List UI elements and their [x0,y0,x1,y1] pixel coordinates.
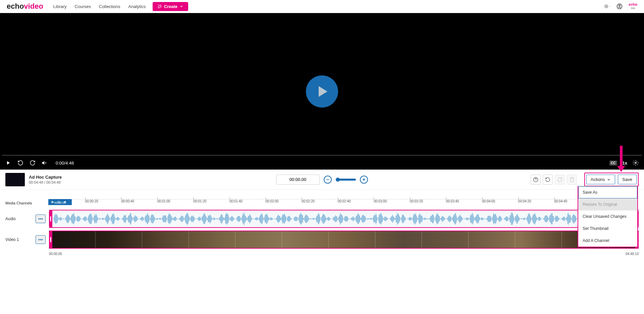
audio-track-content[interactable] [49,210,639,228]
nav-collections[interactable]: Collections [99,4,120,9]
account-icon[interactable] [616,3,623,9]
actions-dropdown: Save As Restore To Original Clear Unsave… [578,186,638,247]
nav-library[interactable]: Library [53,4,67,9]
play-button[interactable] [306,75,338,108]
ruler-tick: 00:03:40 [446,199,459,203]
video-track-row: Video 1 ••• [5,230,639,249]
video-title: Ad Hoc Capture [29,175,62,180]
play-small-icon[interactable] [5,160,11,166]
nav-analytics[interactable]: Analytics [128,4,146,9]
video-track-label: Video 1 [5,237,36,242]
logo[interactable]: echovideo [7,2,43,11]
settings-gear-icon[interactable] [604,3,610,9]
center-controls: − + [276,175,368,185]
timeline-area: Media Channels 00:00:00 00:00:2000:00:40… [0,199,644,260]
progress-bar[interactable] [2,155,642,156]
dropdown-add-channel[interactable]: Add A Channel [578,235,637,247]
annotation-arrow [620,146,625,172]
ruler-tick: 00:00:40 [121,199,134,203]
echo360-logo[interactable]: echo360 [629,3,637,10]
dropdown-save-as[interactable]: Save As [578,186,637,198]
video-duration: 00:04:48 / 00:04:48 [29,180,62,184]
ruler-tick: 00:03:20 [410,199,423,203]
undo-icon [545,177,550,182]
volume-icon[interactable] [42,160,48,166]
ruler-tick: 00:04:00 [482,199,495,203]
zoom-slider[interactable] [336,179,356,181]
forward-icon[interactable] [30,160,36,166]
trash-icon [569,177,575,182]
undo-button[interactable] [543,175,553,185]
video-track-menu[interactable]: ••• [36,235,46,244]
video-controls: 0:00/4:48 CC 1x [0,156,644,170]
settings-icon[interactable] [633,160,639,166]
dropdown-clear[interactable]: Clear Unsaved Changes [578,210,637,223]
play-icon [319,86,327,97]
ruler-tick: 00:01:20 [193,199,206,203]
wand-icon [157,4,162,9]
ruler-tick: 00:00:20 [85,199,98,203]
audio-track-menu[interactable]: ••• [36,214,46,223]
svg-marker-3 [7,161,10,165]
redo-button[interactable] [555,175,565,185]
video-track-content[interactable] [49,231,639,249]
chevron-down-icon [179,4,183,8]
create-button[interactable]: Create [153,2,188,11]
playhead-time: 00:00:00 [51,201,69,204]
timeline-ruler[interactable]: 00:00:2000:00:4000:01:0000:01:2000:01:40… [49,199,639,209]
svg-point-5 [635,162,637,164]
actions-button[interactable]: Actions [586,175,615,184]
video-thumbnail [5,173,25,186]
delete-button[interactable] [567,175,577,185]
ruler-tick: 00:04:20 [518,199,531,203]
svg-marker-4 [42,161,45,165]
dropdown-restore: Restore To Original [578,198,637,210]
timeline-end: 04:48.10 [626,252,639,256]
toolbar-right: Actions Save Save As Restore To Original… [531,173,639,186]
time-display: 0:00/4:48 [56,161,74,166]
ruler-tick: 00:02:40 [338,199,351,203]
help-icon [533,177,538,182]
rewind-icon[interactable] [17,160,23,166]
zoom-out-button[interactable]: − [324,176,332,184]
save-button[interactable]: Save [618,175,637,184]
trim-handle-left[interactable] [49,210,52,227]
trim-handle-left[interactable] [49,231,52,248]
ruler-tick: 00:01:00 [157,199,170,203]
chevron-down-icon [609,5,610,8]
nav-courses[interactable]: Courses [75,4,91,9]
create-label: Create [164,4,177,9]
cc-button[interactable]: CC [609,161,617,166]
video-thumbnail-strip [49,231,639,248]
help-button[interactable] [531,175,541,185]
controls-left: 0:00/4:48 [5,160,74,166]
timeline-start: 00:00.00 [49,252,62,256]
timecode-input[interactable] [276,175,320,185]
actions-save-group: Actions Save Save As Restore To Original… [584,173,639,186]
chevron-down-icon [607,178,611,182]
zoom-in-button[interactable]: + [360,176,368,184]
logo-video: video [24,2,43,10]
ruler-tick: 00:02:20 [302,199,315,203]
top-header: echovideo Library Courses Collections An… [0,0,644,13]
playhead-badge[interactable]: 00:00:00 [48,199,72,205]
waveform [49,212,639,226]
svg-point-2 [619,5,621,7]
save-label: Save [622,177,632,182]
redo-icon [557,177,562,182]
ruler-tick: 00:03:00 [374,199,387,203]
actions-label: Actions [591,177,605,182]
editor-toolbar: Ad Hoc Capture 00:04:48 / 00:04:48 − + A… [0,170,644,190]
audio-track-label: Audio [5,216,36,221]
timeline-footer: 00:00.00 04:48.10 [49,251,639,257]
logo-echo: echo [7,2,24,10]
ruler-tick: 00:02:00 [266,199,279,203]
tracks-wrap: Audio ••• Video 1 ••• [5,209,639,249]
video-player: 0:00/4:48 CC 1x [0,13,644,170]
video-info: Ad Hoc Capture 00:04:48 / 00:04:48 [29,175,62,184]
svg-point-0 [606,6,607,7]
main-nav: Library Courses Collections Analytics [53,4,146,9]
ruler-tick: 00:04:40 [554,199,567,203]
dropdown-thumbnail[interactable]: Set Thumbnail [578,223,637,235]
media-channels-label: Media Channels [5,201,32,205]
